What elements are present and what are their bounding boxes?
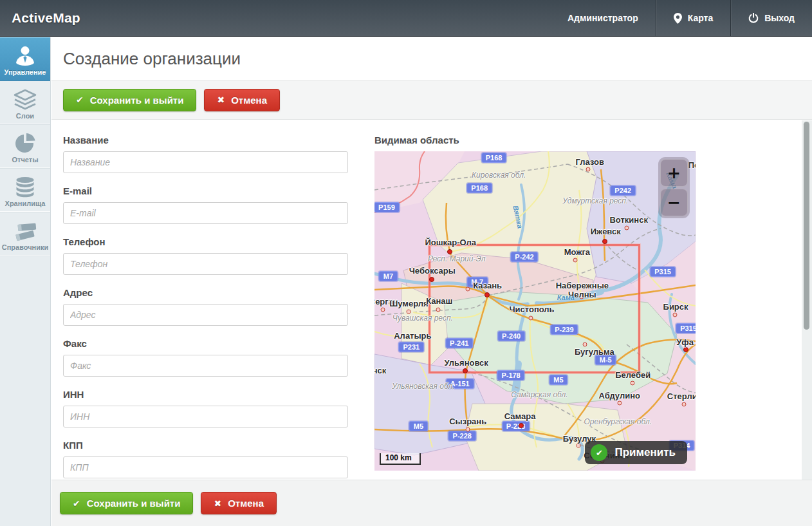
cancel-button-label: Отмена	[231, 95, 267, 106]
city-marker	[683, 347, 688, 352]
save-button[interactable]: ✔ Сохранить и выйти	[63, 89, 196, 111]
city-marker	[577, 444, 581, 448]
cancel-button[interactable]: ✖ Отмена	[204, 89, 280, 111]
check-icon: ✔	[76, 95, 84, 105]
email-field-group: E-mail	[63, 185, 348, 224]
city-marker	[436, 308, 441, 312]
title-bar: Создание организации	[51, 37, 812, 80]
sidebar-item-label: Отчеты	[1, 156, 49, 164]
visible-area-label: Видимая область	[374, 135, 696, 146]
city-marker	[673, 312, 678, 317]
app-header: ActiveMap Администратор Карта Выход	[0, 0, 812, 37]
fax-field-label: Факс	[63, 338, 348, 349]
books-icon	[1, 219, 49, 243]
check-circle-icon: ✔	[591, 444, 607, 461]
city-marker	[447, 249, 452, 254]
page-title: Создание организации	[63, 49, 241, 69]
user-menu[interactable]: Администратор	[550, 0, 656, 36]
apply-button[interactable]: ✔ Применить	[585, 441, 687, 464]
city-marker	[586, 167, 591, 171]
x-icon: ✖	[214, 498, 221, 509]
x-icon: ✖	[217, 95, 225, 105]
save-button-label: Сохранить и выйти	[87, 498, 181, 509]
sidebar-item-directories[interactable]: Справочники	[0, 212, 50, 256]
map-link-label: Карта	[688, 13, 714, 23]
phone-field-group: Телефон	[63, 236, 348, 275]
logout-button[interactable]: Выход	[731, 0, 812, 36]
sidebar-item-label: Хранилища	[1, 200, 49, 207]
fax-field-group: Факс	[63, 338, 348, 377]
zoom-in-button[interactable]: +	[660, 159, 688, 187]
city-marker	[618, 400, 622, 405]
city-marker	[484, 292, 490, 297]
city-marker	[380, 308, 385, 312]
name-field-label: Название	[63, 135, 348, 146]
map-zoom-control: + −	[658, 157, 690, 218]
inn-field-label: ИНН	[63, 389, 348, 400]
fax-input[interactable]	[63, 355, 348, 377]
map-pin-icon	[674, 13, 682, 24]
sidebar-item-reports[interactable]: Отчеты	[0, 125, 50, 169]
city-marker	[681, 402, 686, 406]
city-marker	[406, 309, 411, 314]
city-marker	[463, 368, 468, 373]
address-input[interactable]	[63, 304, 348, 326]
city-marker	[465, 427, 470, 431]
user-icon	[1, 44, 49, 68]
user-menu-label: Администратор	[567, 13, 638, 23]
city-marker	[519, 423, 524, 428]
city-marker	[582, 343, 587, 347]
kpp-field-label: КПП	[63, 440, 348, 451]
layers-icon	[1, 88, 49, 112]
save-button-bottom[interactable]: ✔ Сохранить и выйти	[60, 492, 193, 514]
zoom-out-button[interactable]: −	[660, 189, 688, 216]
sidebar-item-storage[interactable]: Хранилища	[0, 169, 50, 212]
city-marker	[528, 316, 533, 321]
phone-input[interactable]	[63, 253, 348, 275]
address-field-group: Адрес	[63, 287, 348, 326]
city-marker	[630, 381, 634, 386]
cancel-button-label: Отмена	[228, 498, 264, 509]
organization-form: Название E-mail Телефон Адрес Факс ИНН	[63, 135, 348, 480]
sidebar-item-label: Управление	[1, 68, 49, 76]
form-area: Название E-mail Телефон Адрес Факс ИНН	[51, 120, 812, 480]
city-marker	[625, 226, 629, 230]
database-icon	[1, 175, 49, 200]
email-field-label: E-mail	[63, 185, 348, 196]
address-field-label: Адрес	[63, 287, 348, 298]
kpp-input[interactable]	[63, 456, 348, 478]
power-icon	[748, 13, 759, 23]
map-scale-bar: 100 km	[380, 453, 421, 465]
save-button-label: Сохранить и выйти	[90, 95, 184, 106]
map-link[interactable]: Карта	[656, 0, 731, 36]
scrollbar-track[interactable]	[802, 120, 812, 480]
kpp-field-group: КПП	[63, 440, 348, 478]
page-content: Создание организации ✔ Сохранить и выйти…	[51, 37, 812, 526]
email-input[interactable]	[63, 202, 348, 224]
check-icon: ✔	[73, 498, 80, 509]
scrollbar-thumb[interactable]	[804, 122, 809, 330]
sidebar-item-label: Слои	[1, 112, 49, 120]
phone-field-label: Телефон	[63, 236, 348, 247]
map-canvas[interactable]: ГлазовПеКировская обл.P168P168P242P159Уд…	[374, 151, 696, 471]
sidebar-nav: Управление Слои Отчеты Хранилища Справоч…	[0, 37, 51, 526]
sidebar-item-layers[interactable]: Слои	[0, 81, 50, 125]
name-field-group: Название	[63, 135, 348, 173]
cancel-button-bottom[interactable]: ✖ Отмена	[201, 492, 277, 514]
inn-field-group: ИНН	[63, 389, 348, 427]
logout-label: Выход	[764, 13, 795, 23]
apply-button-label: Применить	[614, 446, 676, 459]
visible-area-section: Видимая область	[374, 135, 696, 471]
top-toolbar: ✔ Сохранить и выйти ✖ Отмена	[51, 80, 812, 120]
name-input[interactable]	[63, 151, 348, 173]
city-marker	[602, 239, 607, 244]
inn-input[interactable]	[63, 406, 348, 427]
visible-area-selection[interactable]	[429, 244, 640, 373]
city-marker	[580, 295, 584, 299]
sidebar-item-label: Справочники	[1, 243, 49, 251]
bottom-toolbar: ✔ Сохранить и выйти ✖ Отмена	[51, 480, 812, 526]
city-marker	[466, 286, 470, 291]
pie-chart-icon	[1, 131, 49, 156]
app-logo: ActiveMap	[12, 10, 80, 26]
sidebar-item-management[interactable]: Управление	[0, 37, 50, 81]
